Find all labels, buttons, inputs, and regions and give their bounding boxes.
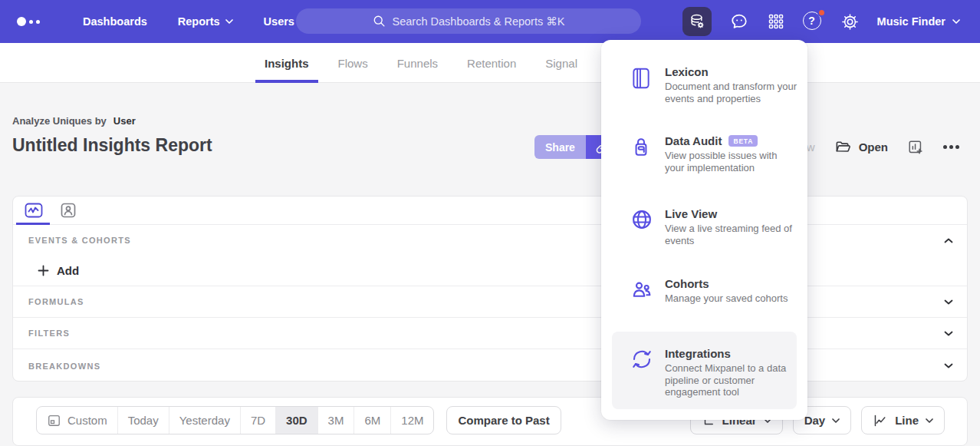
date-toolbar-card: Custom Today Yesterday 7D 30D 3M 6M 12M … <box>12 397 968 446</box>
more-options-button[interactable] <box>943 145 959 149</box>
section-label: FILTERS <box>28 329 70 338</box>
chevron-up-icon[interactable] <box>944 238 953 243</box>
integrations-sync-icon <box>631 347 651 398</box>
tab-retention[interactable]: Retention <box>467 43 516 83</box>
chevron-down-icon <box>225 19 233 24</box>
top-nav: Dashboards Reports Users Search Dashboar… <box>0 0 980 43</box>
folder-open-icon <box>834 138 852 156</box>
section-formulas[interactable]: FORMULAS <box>13 286 967 317</box>
range-7d[interactable]: 7D <box>241 407 276 434</box>
share-button[interactable]: Share <box>534 135 586 159</box>
tab-insights[interactable]: Insights <box>265 43 309 83</box>
profiles-view-tab[interactable] <box>59 201 77 220</box>
tab-signal[interactable]: Signal <box>545 43 577 83</box>
menu-item-live-view[interactable]: Live View View a live streaming feed of … <box>631 207 794 246</box>
search-input[interactable]: Search Dashboards & Reports ⌘K <box>296 8 641 34</box>
mixpanel-logo-icon[interactable] <box>17 17 40 26</box>
project-switcher[interactable]: Music Finder <box>877 15 960 28</box>
range-label: 30D <box>286 414 307 427</box>
chat-bubble-icon <box>729 12 749 31</box>
events-add-row: Add <box>13 256 967 286</box>
menu-item-title: Lexicon <box>665 65 797 78</box>
project-name: Music Finder <box>877 15 945 28</box>
chevron-down-icon <box>944 331 953 336</box>
menu-item-title: Cohorts <box>665 277 797 290</box>
chart-pulse-icon <box>24 201 44 220</box>
nav-link-label: Dashboards <box>83 15 147 28</box>
tab-label: Funnels <box>397 57 438 70</box>
board-plus-icon <box>907 139 924 156</box>
range-label: 6M <box>364 414 380 427</box>
compare-to-past-button[interactable]: Compare to Past <box>446 406 561 434</box>
nav-link-label: Users <box>264 15 294 28</box>
line-chart-icon <box>873 414 888 428</box>
section-label: BREAKDOWNS <box>28 362 100 371</box>
context-label: Analyze Uniques by <box>12 115 107 127</box>
nav-link-reports[interactable]: Reports <box>178 15 233 28</box>
section-filters[interactable]: FILTERS <box>13 317 967 349</box>
range-6m[interactable]: 6M <box>354 407 391 434</box>
cohorts-people-icon <box>631 277 651 305</box>
range-label: 12M <box>401 414 423 427</box>
nav-link-users[interactable]: Users <box>264 15 294 28</box>
section-breakdowns[interactable]: BREAKDOWNS <box>13 349 967 382</box>
menu-item-data-audit[interactable]: Data Audit BETA View possible issues wit… <box>631 134 794 173</box>
data-management-button[interactable] <box>682 7 712 36</box>
range-30d[interactable]: 30D <box>276 407 318 434</box>
metrics-view-tab[interactable] <box>24 201 44 220</box>
beta-badge: BETA <box>728 135 758 147</box>
nav-link-dashboards[interactable]: Dashboards <box>83 15 147 28</box>
chevron-down-icon <box>832 418 840 423</box>
help-button[interactable]: ? <box>803 12 823 31</box>
search-icon <box>373 15 386 28</box>
menu-item-integrations[interactable]: Integrations Connect Mixpanel to a data … <box>631 347 794 398</box>
apps-grid-button[interactable] <box>767 12 785 31</box>
query-builder-card: EVENTS & COHORTS Add FORMULAS FILTERS <box>12 196 968 382</box>
range-today[interactable]: Today <box>118 407 169 434</box>
section-label: EVENTS & COHORTS <box>28 236 131 245</box>
interval-label: Day <box>804 414 826 427</box>
menu-item-description: View possible issues with your implement… <box>665 150 797 173</box>
menu-item-lexicon[interactable]: Lexicon Document and transform your even… <box>631 65 794 104</box>
notification-dot <box>817 8 826 17</box>
builder-icon-tabs <box>13 197 967 225</box>
menu-item-description: View a live streaming feed of events <box>665 223 797 246</box>
open-label: Open <box>859 140 888 154</box>
page: Dashboards Reports Users Search Dashboar… <box>0 0 980 446</box>
menu-item-description: Document and transform your events and p… <box>665 81 797 104</box>
range-3m[interactable]: 3M <box>318 407 355 434</box>
calendar-icon <box>47 413 61 428</box>
section-events-cohorts: EVENTS & COHORTS <box>13 225 967 256</box>
report-tabbar: Insights Flows Funnels Retention Signal … <box>0 43 980 83</box>
messages-button[interactable] <box>729 12 749 31</box>
range-12m[interactable]: 12M <box>391 407 433 434</box>
chart-type-label: Line <box>895 414 919 427</box>
open-report-button[interactable]: Open <box>834 138 888 156</box>
menu-item-cohorts[interactable]: Cohorts Manage your saved cohorts <box>631 277 794 305</box>
tab-flows[interactable]: Flows <box>338 43 368 83</box>
chart-type-select[interactable]: Line <box>861 406 945 434</box>
range-label: 3M <box>328 414 344 427</box>
add-to-board-button[interactable] <box>907 139 924 156</box>
tab-label: Signal <box>545 57 577 70</box>
tab-funnels[interactable]: Funnels <box>397 43 438 83</box>
person-icon <box>59 201 77 220</box>
tab-label: Insights <box>265 57 309 70</box>
range-label: Today <box>128 414 159 427</box>
menu-item-title: Live View <box>665 207 797 220</box>
menu-item-title: Data Audit <box>665 134 722 147</box>
add-event-button[interactable]: Add <box>38 264 79 277</box>
chevron-down-icon <box>926 418 933 423</box>
range-yesterday[interactable]: Yesterday <box>169 407 241 434</box>
range-custom[interactable]: Custom <box>37 407 118 434</box>
menu-item-title: Integrations <box>665 347 797 360</box>
chevron-down-icon <box>944 363 953 368</box>
menu-item-description: Manage your saved cohorts <box>665 292 797 305</box>
lexicon-book-icon <box>631 65 651 104</box>
context-value-button[interactable]: User <box>113 115 136 127</box>
analysis-context: Analyze Uniques byUser <box>12 115 136 127</box>
data-audit-lock-icon <box>631 134 651 173</box>
compare-label: Compare to Past <box>458 414 549 427</box>
date-range-segmented-control: Custom Today Yesterday 7D 30D 3M 6M 12M <box>36 406 434 434</box>
settings-button[interactable] <box>840 12 860 31</box>
